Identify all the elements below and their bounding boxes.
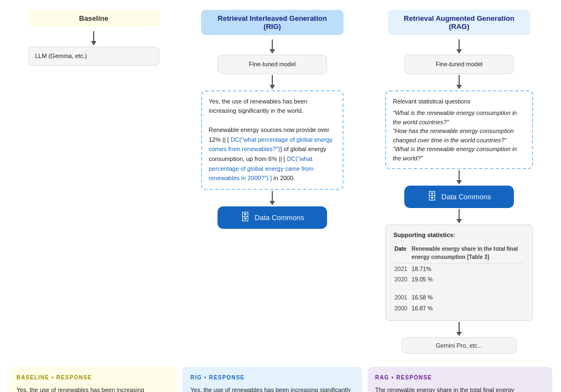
baseline-resp-p1: Yes, the use of renewables has been incr… xyxy=(16,385,169,392)
rag-questions-box: Relevant statistical questions "What is … xyxy=(385,90,533,170)
stats-table: Date Renewable energy share in the total… xyxy=(393,243,525,315)
rig-response-box: RIG • RESPONSE Yes, the use of renewable… xyxy=(182,367,362,392)
rag-q2: "How has the renewable energy consumptio… xyxy=(393,126,525,145)
rag-questions-label: Relevant statistical questions xyxy=(393,97,525,107)
stats-row-2001: 2001 16.58 % xyxy=(394,293,524,303)
rig-body: Renewable energy sources now provide ove… xyxy=(209,126,333,181)
rag-header: Retrieval Augmented Generation (RAG) xyxy=(388,10,530,35)
rig-link1: DC("what percentage of global energy com… xyxy=(209,136,333,153)
rag-q1: "What is the renewable energy consumptio… xyxy=(393,108,525,126)
rig-dashed-box: Yes, the use of renewables has been incr… xyxy=(201,90,344,190)
rig-finetuned-box: Fine-tuned model xyxy=(217,55,327,74)
arrow-rag-3 xyxy=(456,170,462,185)
database-icon: 🗄 xyxy=(241,212,250,223)
stats-row-2000: 2000 16.87 % xyxy=(394,304,524,314)
arrow-rag-2 xyxy=(456,75,462,89)
rag-response-section: RAG • RESPONSE The renewable energy shar… xyxy=(368,362,552,392)
rig-resp-p1: Yes, the use of renewables has been incr… xyxy=(190,385,354,392)
baseline-header: Baseline xyxy=(28,10,159,27)
arrow-rig-3 xyxy=(270,191,275,205)
rag-response-label: RAG • RESPONSE xyxy=(375,373,545,382)
rag-stats-box: Supporting statistics: Date Renewable en… xyxy=(385,224,533,321)
rag-finetuned-box: Fine-tuned model xyxy=(404,55,514,74)
baseline-response-label: BASELINE • RESPONSE xyxy=(16,373,169,382)
arrow-rig-2 xyxy=(270,75,275,89)
stats-row-2021: 2021 18.71% xyxy=(394,264,524,274)
arrow-1 xyxy=(91,31,96,45)
stats-row-2020: 2020 19.05 % xyxy=(394,275,524,285)
baseline-llm-box: LLM (Gemma, etc.) xyxy=(28,47,159,66)
arrow-rag-4 xyxy=(456,209,462,223)
stats-col-value: Renewable energy share in the total fina… xyxy=(411,244,524,263)
baseline-response-section: BASELINE • RESPONSE Yes, the use of rene… xyxy=(9,362,177,392)
database-icon-rag: 🗄 xyxy=(427,191,437,203)
gemini-box: Gemini Pro, etc... xyxy=(402,337,517,354)
rig-header: Retrieval Interleaved Generation (RIG) xyxy=(201,10,344,35)
rig-response-section: RIG • RESPONSE Yes, the use of renewable… xyxy=(182,362,362,392)
rag-resp-p1: The renewable energy share in the total … xyxy=(375,385,545,392)
stats-label: Supporting statistics: xyxy=(393,230,525,240)
rag-q3: "What is the renewable energy consumptio… xyxy=(393,145,525,163)
stats-col-date: Date xyxy=(394,244,410,263)
rag-response-box: RAG • RESPONSE The renewable energy shar… xyxy=(368,367,552,392)
arrow-rig-1 xyxy=(270,39,275,54)
baseline-response-box: BASELINE • RESPONSE Yes, the use of rene… xyxy=(9,367,177,392)
rig-intro: Yes, the use of renewables has been incr… xyxy=(209,98,307,114)
arrow-rag-5 xyxy=(456,322,462,336)
rig-link2: DC("what percentage of global energy cam… xyxy=(209,155,313,181)
rag-data-commons-button[interactable]: 🗄 Data Commons xyxy=(404,186,514,208)
rig-data-commons-button[interactable]: 🗄 Data Commons xyxy=(217,206,327,229)
rig-response-label: RIG • RESPONSE xyxy=(190,373,354,382)
arrow-rag-1 xyxy=(456,39,462,54)
